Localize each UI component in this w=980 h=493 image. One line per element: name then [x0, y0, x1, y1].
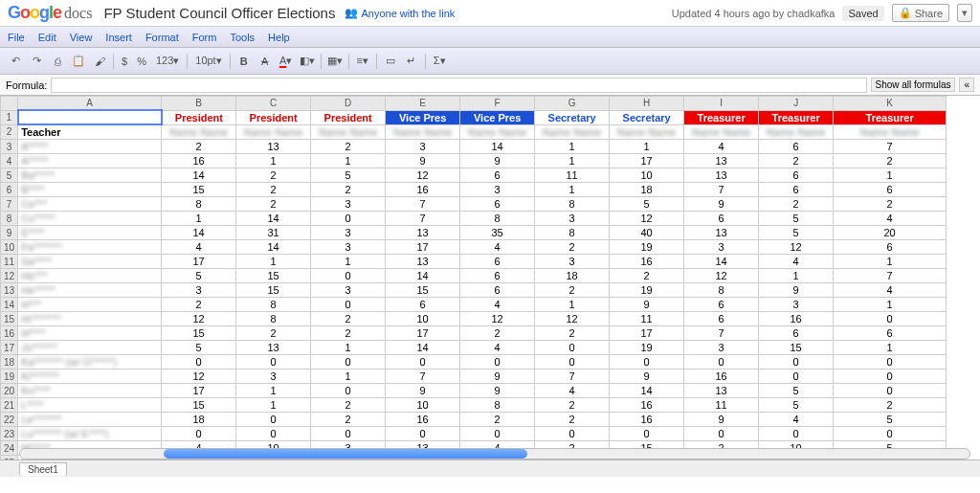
- teacher-name[interactable]: Ba*****: [18, 168, 162, 183]
- cell[interactable]: 2: [311, 140, 386, 154]
- borders-icon[interactable]: ▦▾: [325, 52, 345, 71]
- fill-color-icon[interactable]: ◧▾: [298, 52, 317, 71]
- cell[interactable]: 15: [759, 341, 834, 355]
- cell[interactable]: 0: [684, 427, 759, 441]
- cell[interactable]: 15: [162, 183, 236, 197]
- cell[interactable]: 0: [834, 427, 947, 441]
- column-header[interactable]: J: [759, 97, 834, 111]
- candidate-name[interactable]: Name Name: [535, 124, 610, 140]
- cell[interactable]: 14: [162, 226, 236, 240]
- cell[interactable]: 6: [684, 312, 759, 326]
- cell[interactable]: 7: [386, 197, 460, 212]
- cell[interactable]: 0: [834, 312, 947, 326]
- row-header[interactable]: 9: [1, 226, 18, 240]
- teacher-name[interactable]: Co*****: [18, 212, 162, 226]
- position-header[interactable]: President: [236, 110, 311, 124]
- teacher-name[interactable]: Ka******* (w/ O'*****): [18, 355, 162, 370]
- font-size[interactable]: 10pt▾: [191, 55, 225, 67]
- cell[interactable]: 6: [759, 168, 834, 183]
- cell[interactable]: 5: [759, 226, 834, 240]
- row-header[interactable]: 7: [1, 197, 18, 212]
- column-header[interactable]: D: [311, 97, 386, 111]
- position-header[interactable]: Vice Pres: [460, 110, 535, 124]
- row-header[interactable]: 24: [1, 441, 18, 456]
- cell[interactable]: 6: [759, 183, 834, 197]
- row-header[interactable]: 16: [1, 326, 18, 341]
- cell[interactable]: 10: [386, 398, 460, 413]
- cell[interactable]: 13: [236, 341, 311, 355]
- cell[interactable]: 14: [386, 269, 460, 283]
- undo-icon[interactable]: ↶: [6, 52, 25, 71]
- cell[interactable]: 5: [759, 384, 834, 398]
- cell[interactable]: 15: [162, 398, 236, 413]
- cell[interactable]: 2: [311, 183, 386, 197]
- cell[interactable]: 17: [162, 255, 236, 269]
- strikethrough-button[interactable]: A: [256, 52, 275, 71]
- cell[interactable]: 7: [386, 212, 460, 226]
- cell[interactable]: 0: [311, 355, 386, 370]
- cell[interactable]: 16: [386, 183, 460, 197]
- cell[interactable]: 3: [684, 240, 759, 255]
- cell[interactable]: 2: [535, 283, 610, 298]
- candidate-name[interactable]: Name Name: [610, 124, 684, 140]
- cell[interactable]: 11: [684, 398, 759, 413]
- cell[interactable]: 16: [162, 154, 236, 168]
- bold-button[interactable]: B: [234, 52, 254, 71]
- cell[interactable]: 9: [610, 298, 684, 312]
- cell[interactable]: 13: [386, 226, 460, 240]
- teacher-name[interactable]: Ge****: [18, 255, 162, 269]
- row-header[interactable]: 20: [1, 384, 18, 398]
- cell[interactable]: 0: [386, 427, 460, 441]
- teacher-name[interactable]: Ce***: [18, 197, 162, 212]
- cell[interactable]: 0: [759, 370, 834, 384]
- teacher-name[interactable]: Kl*******: [18, 370, 162, 384]
- candidate-name[interactable]: Name Name: [236, 124, 311, 140]
- cell[interactable]: 0: [311, 298, 386, 312]
- cell[interactable]: 3: [236, 370, 311, 384]
- cell[interactable]: 9: [460, 384, 535, 398]
- cell[interactable]: 1: [834, 255, 947, 269]
- cell[interactable]: 9: [460, 370, 535, 384]
- cell[interactable]: 8: [236, 298, 311, 312]
- cell[interactable]: 1: [236, 398, 311, 413]
- cell[interactable]: 3: [535, 212, 610, 226]
- row-header[interactable]: 23: [1, 427, 18, 441]
- cell[interactable]: 1: [834, 168, 947, 183]
- row-header[interactable]: 15: [1, 312, 18, 326]
- cell[interactable]: 3: [759, 298, 834, 312]
- cell[interactable]: 2: [535, 240, 610, 255]
- cell[interactable]: 6: [684, 212, 759, 226]
- cell[interactable]: 0: [311, 269, 386, 283]
- cell[interactable]: 1: [236, 384, 311, 398]
- candidate-name[interactable]: Name Name: [311, 124, 386, 140]
- cell[interactable]: 7: [834, 269, 947, 283]
- cell[interactable]: 5: [162, 341, 236, 355]
- cell[interactable]: 9: [386, 154, 460, 168]
- copy-icon[interactable]: 📋: [69, 52, 88, 71]
- cell[interactable]: 0: [834, 355, 947, 370]
- cell[interactable]: 11: [535, 168, 610, 183]
- candidate-name[interactable]: Name Name: [759, 124, 834, 140]
- cell[interactable]: 3: [684, 341, 759, 355]
- cell[interactable]: 1: [311, 255, 386, 269]
- cell[interactable]: 9: [684, 413, 759, 427]
- cell[interactable]: 10: [386, 312, 460, 326]
- cell[interactable]: 2: [834, 398, 947, 413]
- cell[interactable]: 8: [460, 212, 535, 226]
- menu-format[interactable]: Format: [145, 32, 179, 43]
- cell[interactable]: 9: [759, 283, 834, 298]
- merge-icon[interactable]: ▭: [381, 52, 400, 71]
- cell[interactable]: 4: [684, 140, 759, 154]
- cell[interactable]: 15: [386, 283, 460, 298]
- visibility-link[interactable]: 👥 Anyone with the link: [345, 7, 455, 19]
- cell[interactable]: 0: [759, 355, 834, 370]
- cell[interactable]: 0: [311, 427, 386, 441]
- cell[interactable]: 6: [386, 298, 460, 312]
- cell[interactable]: 2: [162, 140, 236, 154]
- cell[interactable]: 0: [535, 341, 610, 355]
- cell[interactable]: 2: [834, 197, 947, 212]
- teacher-name[interactable]: Hr*******: [18, 312, 162, 326]
- cell[interactable]: 0: [610, 355, 684, 370]
- cell[interactable]: 11: [610, 312, 684, 326]
- cell[interactable]: 20: [834, 226, 947, 240]
